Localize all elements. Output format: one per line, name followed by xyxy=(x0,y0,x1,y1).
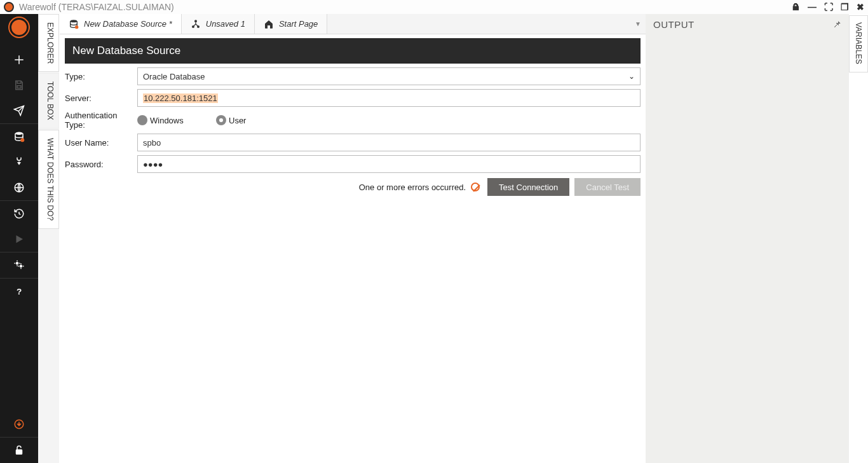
output-panel: OUTPUT 📌︎ xyxy=(646,14,849,463)
output-title: OUTPUT xyxy=(653,19,695,30)
error-text: One or more errors occurred. xyxy=(359,183,466,192)
chevron-down-icon: ⌄ xyxy=(628,72,635,81)
plugin-icon[interactable] xyxy=(0,149,38,175)
left-ribbon: ? xyxy=(0,14,38,463)
whatdoes-tab[interactable]: WHAT DOES THIS DO? xyxy=(38,130,59,229)
svg-point-10 xyxy=(75,25,78,29)
username-label: User Name: xyxy=(65,138,137,148)
database-icon[interactable] xyxy=(0,124,38,149)
server-label: Server: xyxy=(65,93,137,103)
explorer-tab[interactable]: EXPLORER xyxy=(38,14,59,72)
form-header: New Database Source xyxy=(65,38,641,64)
password-input[interactable]: ●●●● xyxy=(137,155,641,173)
doc-area: New Database Source * Unsaved 1 Start Pa… xyxy=(60,14,646,463)
toolbox-tab[interactable]: TOOL BOX xyxy=(38,73,59,128)
cancel-test-button: Cancel Test xyxy=(574,178,641,196)
close-icon[interactable]: ✖ xyxy=(857,2,864,12)
history-icon[interactable] xyxy=(0,201,38,226)
unlock-icon[interactable] xyxy=(0,438,38,463)
tab-start-page[interactable]: Start Page xyxy=(255,14,327,34)
server-input[interactable]: 10.222.50.181:1521 xyxy=(137,89,641,107)
new-icon[interactable] xyxy=(0,47,38,73)
fullscreen-icon[interactable]: ⛶ xyxy=(824,2,833,12)
tab-unsaved[interactable]: Unsaved 1 xyxy=(182,14,255,34)
type-value: Oracle Database xyxy=(143,72,205,81)
svg-point-4 xyxy=(16,262,19,265)
window-title: Warewolf (TERAS\FAIZAL.SULAIMAN) xyxy=(19,2,174,12)
svg-point-11 xyxy=(194,20,197,22)
username-input[interactable]: spbo xyxy=(137,134,641,151)
tab-label: Start Page xyxy=(279,19,318,29)
tabs-dropdown-icon[interactable]: ▼ xyxy=(630,14,646,34)
settings-icon[interactable] xyxy=(0,252,38,278)
tab-label: New Database Source * xyxy=(84,19,172,29)
deploy-icon[interactable] xyxy=(0,98,38,123)
minimize-icon[interactable]: — xyxy=(808,2,817,12)
auth-windows-radio[interactable]: Windows xyxy=(137,115,210,125)
help-icon[interactable]: ? xyxy=(0,279,38,304)
play-icon[interactable] xyxy=(0,226,38,252)
workflow-icon xyxy=(191,19,201,29)
test-connection-button[interactable]: Test Connection xyxy=(487,178,569,196)
type-label: Type: xyxy=(65,72,137,81)
svg-text:?: ? xyxy=(17,287,22,296)
auth-label: Authentication Type: xyxy=(65,111,137,130)
password-value: ●●●● xyxy=(143,160,163,169)
side-tabs: EXPLORER TOOL BOX WHAT DOES THIS DO? xyxy=(38,14,60,463)
logo-icon[interactable] xyxy=(10,18,29,37)
app-logo-icon xyxy=(4,2,14,12)
type-select[interactable]: Oracle Database ⌄ xyxy=(137,67,641,85)
doc-tabs: New Database Source * Unsaved 1 Start Pa… xyxy=(60,14,646,34)
lock-icon[interactable]: 🔒︎ xyxy=(791,2,800,12)
auth-user-radio[interactable]: User xyxy=(216,115,288,125)
restore-icon[interactable]: ❐ xyxy=(841,2,849,12)
svg-point-5 xyxy=(20,265,23,268)
web-icon[interactable] xyxy=(0,175,38,200)
tab-new-db-source[interactable]: New Database Source * xyxy=(60,14,182,34)
variables-tab[interactable]: VARIABLES xyxy=(849,15,868,73)
titlebar: Warewolf (TERAS\FAIZAL.SULAIMAN) 🔒︎ — ⛶ … xyxy=(0,0,868,14)
pin-icon[interactable]: 📌︎ xyxy=(832,19,842,29)
save-icon[interactable] xyxy=(0,73,38,98)
tab-label: Unsaved 1 xyxy=(206,19,245,29)
home-icon xyxy=(264,19,274,29)
server-value: 10.222.50.181:1521 xyxy=(143,93,218,103)
password-label: Password: xyxy=(65,160,137,169)
svg-rect-8 xyxy=(17,450,22,454)
username-value: spbo xyxy=(143,138,161,148)
svg-point-2 xyxy=(20,138,24,142)
svg-rect-0 xyxy=(17,86,21,88)
error-icon xyxy=(471,183,480,191)
download-icon[interactable] xyxy=(0,411,38,437)
svg-point-1 xyxy=(15,132,23,135)
database-icon xyxy=(69,19,79,29)
svg-point-9 xyxy=(71,20,78,22)
